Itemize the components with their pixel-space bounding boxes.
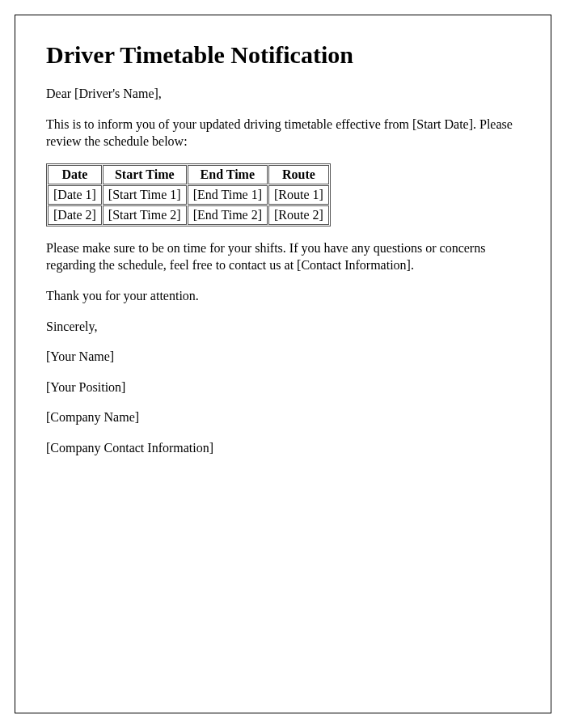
cell-start-time: [Start Time 2] — [103, 205, 187, 225]
table-header-row: Date Start Time End Time Route — [48, 165, 329, 184]
cell-end-time: [End Time 2] — [188, 205, 268, 225]
header-start-time: Start Time — [103, 165, 187, 184]
thank-you-text: Thank you for your attention. — [46, 287, 520, 305]
timetable-table: Date Start Time End Time Route [Date 1] … — [46, 163, 331, 226]
document-page: Driver Timetable Notification Dear [Driv… — [15, 15, 551, 713]
closing-instruction: Please make sure to be on time for your … — [46, 239, 520, 274]
signoff-text: Sincerely, — [46, 318, 520, 336]
header-route: Route — [268, 165, 329, 184]
cell-end-time: [End Time 1] — [188, 185, 268, 205]
cell-date: [Date 1] — [48, 185, 102, 205]
signature-contact: [Company Contact Information] — [46, 439, 520, 457]
intro-paragraph: This is to inform you of your updated dr… — [46, 116, 520, 150]
page-title: Driver Timetable Notification — [46, 41, 520, 69]
header-date: Date — [48, 165, 102, 184]
cell-date: [Date 2] — [48, 205, 102, 225]
cell-route: [Route 1] — [268, 185, 329, 205]
signature-company: [Company Name] — [46, 408, 520, 426]
cell-route: [Route 2] — [268, 205, 329, 225]
greeting-text: Dear [Driver's Name], — [46, 85, 520, 103]
signature-name: [Your Name] — [46, 348, 520, 366]
table-row: [Date 2] [Start Time 2] [End Time 2] [Ro… — [48, 205, 329, 225]
header-end-time: End Time — [188, 165, 268, 184]
table-row: [Date 1] [Start Time 1] [End Time 1] [Ro… — [48, 185, 329, 205]
cell-start-time: [Start Time 1] — [103, 185, 187, 205]
signature-position: [Your Position] — [46, 379, 520, 396]
